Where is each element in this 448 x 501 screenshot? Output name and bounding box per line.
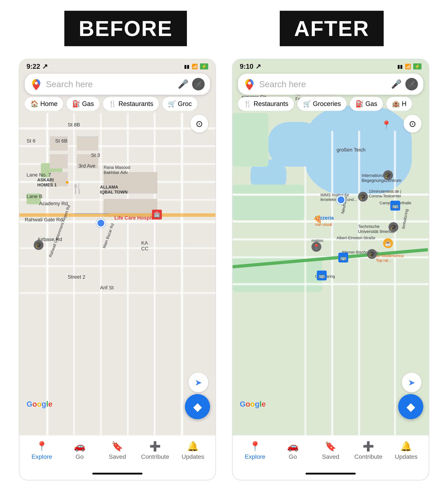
after-layers-btn[interactable]: ⊙ <box>403 115 421 133</box>
before-go-icon: 🚗 <box>74 441 85 452</box>
before-home-indicator <box>92 473 143 474</box>
before-nav-saved[interactable]: 🔖 Saved <box>98 441 136 460</box>
before-map-label-mainbazar: Main Bazar Rd <box>102 223 115 249</box>
before-avatar[interactable]: 🦟 <box>192 78 205 91</box>
after-explore-icon: 📍 <box>249 441 261 452</box>
after-filter-groceries[interactable]: 🛒 Groceries <box>297 97 347 111</box>
after-search-bar[interactable]: Search here 🎤 🦟 <box>238 74 423 95</box>
after-go-icon: 🚗 <box>287 441 299 452</box>
after-explore-label: Explore <box>245 453 265 460</box>
svg-point-1 <box>248 82 251 85</box>
before-map-label-askari: ASKARIHOMES 1 <box>37 177 57 187</box>
before-status-icons: ▮▮ 📶 ⚡ <box>184 63 208 69</box>
before-search-text[interactable]: Search here <box>46 79 174 89</box>
after-nav-go[interactable]: 🚗 Go <box>274 441 312 460</box>
after-time: 9:10 ↗ <box>240 62 261 70</box>
wifi-icon: 📶 <box>192 63 198 69</box>
before-map-label-st6b: St 6B <box>55 138 67 144</box>
filter-home[interactable]: 🏠 Home <box>25 97 63 111</box>
before-time: 9:22 ↗ <box>27 62 48 70</box>
before-map-label-laneb: Lane B <box>27 194 43 199</box>
before-updates-icon: 🔔 <box>187 441 199 452</box>
after-label-international: InternationalesBegegnungszentrum <box>362 173 401 183</box>
before-mic-icon[interactable]: 🎤 <box>178 79 189 89</box>
after-nav-btn[interactable]: ➤ <box>402 373 421 392</box>
google-maps-logo-after <box>243 78 256 90</box>
before-nav-explore[interactable]: 📍 Explore <box>23 441 61 460</box>
before-map-label-st3: St 3 <box>91 152 100 158</box>
before-map-label-arif: Arif St <box>100 285 114 291</box>
after-filter-gas[interactable]: ⛽ Gas <box>350 97 383 111</box>
google-maps-logo-before <box>30 78 42 90</box>
after-status-bar: 9:10 ↗ ▮▮ 📶 ⚡ <box>233 59 429 72</box>
after-nav-saved[interactable]: 🔖 Saved <box>312 441 350 460</box>
filter-gas[interactable]: ⛽ Gas <box>66 97 100 111</box>
before-saved-label: Saved <box>109 453 126 460</box>
before-saved-icon: 🔖 <box>112 441 123 452</box>
after-place-marker: 📍 <box>381 120 391 130</box>
after-direction-fab[interactable]: ◆ <box>398 394 423 419</box>
after-search-text[interactable]: Search here <box>259 79 387 89</box>
after-mic-icon[interactable]: 🎤 <box>391 79 402 89</box>
after-nav-explore[interactable]: 📍 Explore <box>236 441 274 460</box>
after-saved-label: Saved <box>322 453 339 460</box>
before-contribute-label: Contribute <box>141 453 169 460</box>
after-battery-icon: ⚡ <box>413 63 421 69</box>
before-updates-label: Updates <box>181 453 204 460</box>
after-edu1: 🎓 <box>383 170 393 180</box>
filter-groceries[interactable]: 🛒 Groc <box>162 97 197 111</box>
after-bus1: 🚌 <box>390 201 400 211</box>
after-status-icons: ▮▮ 📶 ⚡ <box>397 63 421 69</box>
after-edu5: 📍 <box>311 242 321 252</box>
before-location-dot <box>96 219 105 228</box>
after-saved-icon: 🔖 <box>325 441 336 452</box>
before-go-label: Go <box>76 453 84 460</box>
after-filter-hotels[interactable]: 🏨 H <box>386 97 412 111</box>
after-wifi-icon: 📶 <box>405 63 411 69</box>
before-nav-contribute[interactable]: ➕ Contribute <box>136 441 174 460</box>
after-water-left <box>269 122 322 167</box>
before-nav-btn[interactable]: ➤ <box>189 373 208 392</box>
after-updates-label: Updates <box>395 453 417 460</box>
before-nav-go[interactable]: 🚗 Go <box>61 441 98 460</box>
after-bus2: 🚌 <box>338 253 348 262</box>
before-nav-updates[interactable]: 🔔 Updates <box>174 441 212 460</box>
after-edu3: 🎓 <box>388 222 398 232</box>
after-contribute-icon: ➕ <box>363 441 374 452</box>
after-filter-restaurants[interactable]: 🍴 Restaurants <box>238 97 294 111</box>
before-phone: 9:22 ↗ ▮▮ 📶 ⚡ <box>19 59 216 480</box>
after-location-dot <box>336 195 346 204</box>
before-map: 9:22 ↗ ▮▮ 📶 ⚡ <box>19 59 215 435</box>
after-label-test: 15minutentest.de |Corona-Testcenter <box>369 189 401 198</box>
battery-icon: ⚡ <box>200 63 208 69</box>
before-edu-marker: 🎓 <box>34 240 44 250</box>
before-map-label-cantonment: Rahwali Cantonment Airport Rd <box>48 204 71 258</box>
before-explore-label: Explore <box>32 453 52 460</box>
before-map-label-st6: St 6 <box>27 138 35 144</box>
after-nav-contribute[interactable]: ➕ Contribute <box>350 441 387 460</box>
after-park1 <box>233 113 269 167</box>
filter-restaurants[interactable]: 🍴 Restaurants <box>103 97 159 111</box>
signal-icon: ▮▮ <box>184 63 189 69</box>
after-edu4: 🎓 <box>367 249 377 259</box>
before-map-label-academy: Academy Rd <box>39 201 68 206</box>
after-bus3: 🚌 <box>317 271 327 280</box>
before-layers-btn[interactable]: ⊙ <box>190 115 208 133</box>
before-map-label-3rdave: 3rd Ave <box>79 163 95 169</box>
after-label-ilmholtz: Ilmholtzring <box>401 209 409 229</box>
after-map: 9:10 ↗ ▮▮ 📶 ⚡ <box>233 59 429 435</box>
after-bottom-nav: 📍 Explore 🚗 Go 🔖 Saved ➕ Contribute 🔔 <box>233 435 429 469</box>
before-explore-icon: 📍 <box>36 441 48 452</box>
after-contribute-label: Contribute <box>354 453 383 460</box>
before-map-label-street2: Street 2 <box>68 274 85 280</box>
after-pizzeria-marker: 🍕 <box>313 215 322 224</box>
after-phone: 9:10 ↗ ▮▮ 📶 ⚡ <box>232 59 429 480</box>
before-map-label-hospital: Life Care Hospital <box>114 215 157 221</box>
after-google-logo: Google <box>240 400 266 409</box>
before-direction-fab[interactable]: ◆ <box>185 394 210 419</box>
after-avatar[interactable]: 🦟 <box>405 78 418 91</box>
after-nav-updates[interactable]: 🔔 Updates <box>387 441 425 460</box>
before-map-label-rahwali: Rahwali Gate Rd <box>25 217 63 223</box>
before-search-bar[interactable]: Search here 🎤 🦟 <box>25 74 210 95</box>
before-contribute-icon: ➕ <box>149 441 161 452</box>
